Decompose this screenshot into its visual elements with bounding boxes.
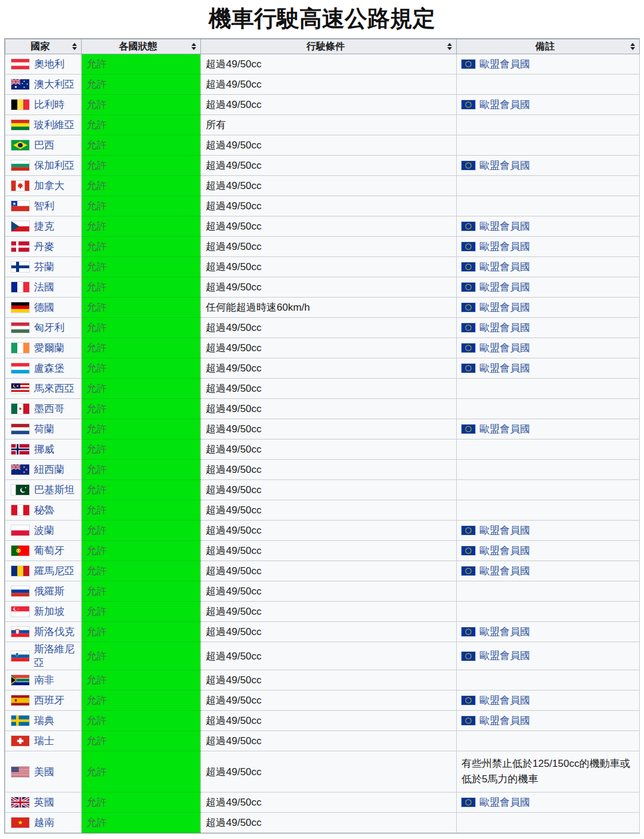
country-link[interactable]: 保加利亞 xyxy=(34,159,75,172)
country-link[interactable]: 斯洛伐克 xyxy=(34,625,75,639)
country-link[interactable]: 墨西哥 xyxy=(34,402,64,416)
table-row: 荷蘭 允許 超過49/50cc 歐盟會員國 xyxy=(5,419,640,439)
country-cell: 匈牙利 xyxy=(5,318,82,338)
country-link[interactable]: 丹麥 xyxy=(34,240,54,253)
eu-member-link[interactable]: 歐盟會員國 xyxy=(479,523,530,538)
eu-member-link[interactable]: 歐盟會員國 xyxy=(479,543,530,559)
eu-member-link[interactable]: 歐盟會員國 xyxy=(479,624,530,640)
country-link[interactable]: 芬蘭 xyxy=(34,260,54,274)
eu-member-link[interactable]: 歐盟會員國 xyxy=(479,713,530,729)
sort-arrows-icon[interactable] xyxy=(72,43,77,50)
country-link[interactable]: 美國 xyxy=(34,765,54,779)
country-link[interactable]: 法國 xyxy=(34,280,54,294)
country-link[interactable]: 英國 xyxy=(34,795,54,809)
eu-member-link[interactable]: 歐盟會員國 xyxy=(479,564,530,579)
sort-arrows-icon[interactable] xyxy=(191,43,196,50)
country-link[interactable]: 新加坡 xyxy=(34,605,64,618)
country-link[interactable]: 西班牙 xyxy=(34,694,64,707)
eu-flag-icon xyxy=(462,60,475,69)
country-link[interactable]: 馬來西亞 xyxy=(34,382,75,395)
country-link[interactable]: 斯洛維尼亞 xyxy=(34,642,76,670)
note-cell: 有些州禁止低於125/150cc的機動車或低於5馬力的機車 xyxy=(457,751,640,792)
status-label: 允許 xyxy=(86,99,107,110)
eu-member-link[interactable]: 歐盟會員國 xyxy=(479,361,530,376)
eu-member-link[interactable]: 歐盟會員國 xyxy=(479,693,530,708)
eu-member-link[interactable]: 歐盟會員國 xyxy=(479,259,530,275)
country-link[interactable]: 波蘭 xyxy=(34,524,54,537)
note-cell: 歐盟會員國 xyxy=(457,792,640,813)
country-link[interactable]: 愛爾蘭 xyxy=(34,341,64,355)
condition-cell: 超過49/50cc xyxy=(201,731,457,751)
eu-flag-icon xyxy=(462,526,475,535)
country-link[interactable]: 智利 xyxy=(34,199,54,213)
eu-member-link[interactable]: 歐盟會員國 xyxy=(479,340,530,356)
table-row: 丹麥 允許 超過49/50cc 歐盟會員國 xyxy=(5,237,640,257)
country-link[interactable]: 荷蘭 xyxy=(34,422,54,436)
sort-arrows-icon[interactable] xyxy=(630,43,635,50)
country-link[interactable]: 澳大利亞 xyxy=(34,78,75,91)
country-link[interactable]: 德國 xyxy=(34,301,54,314)
eu-member-link[interactable]: 歐盟會員國 xyxy=(479,97,530,113)
table-row: 英國 允許 超過49/50cc 歐盟會員國 xyxy=(5,792,640,813)
country-link[interactable]: 越南 xyxy=(34,816,54,829)
country-cell: 澳大利亞 xyxy=(5,75,82,95)
country-link[interactable]: 比利時 xyxy=(34,98,64,112)
condition-cell: 超過49/50cc xyxy=(201,237,457,257)
eu-member-link[interactable]: 歐盟會員國 xyxy=(479,648,530,664)
country-link[interactable]: 羅馬尼亞 xyxy=(34,564,75,578)
eu-member-link[interactable]: 歐盟會員國 xyxy=(479,280,530,295)
country-link[interactable]: 玻利維亞 xyxy=(34,118,75,132)
country-link[interactable]: 秘魯 xyxy=(34,503,54,517)
country-link[interactable]: 捷克 xyxy=(34,219,54,233)
country-link[interactable]: 奧地利 xyxy=(34,57,64,71)
status-cell: 允許 xyxy=(82,277,201,298)
flag-norway-icon xyxy=(11,444,29,454)
country-cell: 秘魯 xyxy=(5,500,82,521)
country-link[interactable]: 紐西蘭 xyxy=(34,463,64,476)
status-label: 允許 xyxy=(86,180,107,191)
eu-flag-icon xyxy=(462,222,475,231)
eu-member-link[interactable]: 歐盟會員國 xyxy=(479,422,530,437)
table-row: 芬蘭 允許 超過49/50cc 歐盟會員國 xyxy=(5,257,640,277)
country-link[interactable]: 巴西 xyxy=(34,138,54,152)
condition-cell: 超過49/50cc xyxy=(201,399,457,419)
header-status[interactable]: 各國狀態 xyxy=(82,39,201,54)
status-cell: 允許 xyxy=(82,338,201,358)
eu-member-link[interactable]: 歐盟會員國 xyxy=(479,239,530,255)
status-cell: 允許 xyxy=(82,813,201,833)
status-cell: 允許 xyxy=(82,480,201,500)
condition-cell: 超過49/50cc xyxy=(201,500,457,521)
country-link[interactable]: 俄羅斯 xyxy=(34,584,64,598)
header-country[interactable]: 國家 xyxy=(5,39,82,54)
header-notes[interactable]: 備註 xyxy=(457,39,640,54)
note-cell xyxy=(457,399,640,419)
country-link[interactable]: 瑞典 xyxy=(34,714,54,727)
eu-member-link[interactable]: 歐盟會員國 xyxy=(479,795,530,810)
country-link[interactable]: 南非 xyxy=(34,673,54,687)
header-notes-label: 備註 xyxy=(535,41,555,51)
eu-flag-icon xyxy=(462,242,475,251)
country-link[interactable]: 加拿大 xyxy=(34,179,64,193)
sort-arrows-icon[interactable] xyxy=(447,43,452,50)
condition-cell: 超過49/50cc xyxy=(201,419,457,439)
eu-member-link[interactable]: 歐盟會員國 xyxy=(479,320,530,336)
country-cell: 美國 xyxy=(5,751,82,792)
header-condition[interactable]: 行駛條件 xyxy=(201,39,457,54)
country-link[interactable]: 巴基斯坦 xyxy=(34,483,75,497)
country-link[interactable]: 葡萄牙 xyxy=(34,544,64,558)
eu-flag-icon xyxy=(462,716,475,725)
country-cell: 越南 xyxy=(5,813,82,833)
country-link[interactable]: 瑞士 xyxy=(34,734,54,748)
eu-flag-icon xyxy=(462,364,475,373)
page-title: 機車行駛高速公路規定 xyxy=(0,4,644,34)
eu-member-link[interactable]: 歐盟會員國 xyxy=(479,57,530,72)
note-cell xyxy=(457,135,640,156)
eu-member-link[interactable]: 歐盟會員國 xyxy=(479,300,530,315)
eu-member-link[interactable]: 歐盟會員國 xyxy=(479,158,530,174)
country-link[interactable]: 匈牙利 xyxy=(34,321,64,335)
eu-member-link[interactable]: 歐盟會員國 xyxy=(479,219,530,234)
table-row: 波蘭 允許 超過49/50cc 歐盟會員國 xyxy=(5,521,640,541)
country-link[interactable]: 盧森堡 xyxy=(34,361,64,375)
status-label: 允許 xyxy=(86,281,107,293)
country-link[interactable]: 挪威 xyxy=(34,442,54,456)
